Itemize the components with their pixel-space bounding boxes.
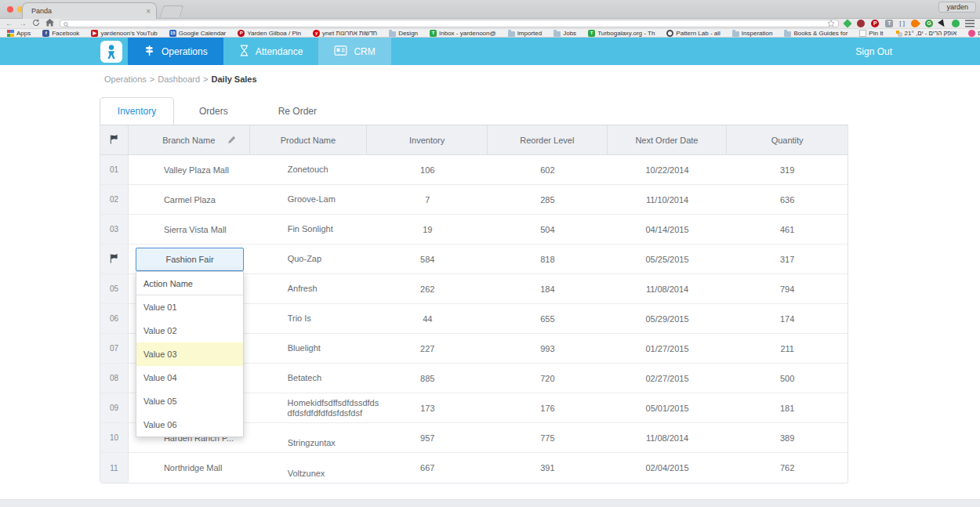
dropdown-option-value-03[interactable]: Value 03 — [136, 342, 243, 366]
product-name-cell: Bluelight — [250, 334, 368, 363]
quantity-cell: 794 — [727, 274, 848, 303]
column-header-next-order-date: Next Order Date — [608, 125, 728, 154]
quantity-cell: 174 — [727, 304, 848, 333]
product-name-cell: Voltzunex — [250, 453, 368, 483]
apps-grid-icon — [7, 30, 14, 37]
branch-name-input[interactable]: Fashion Fair — [136, 248, 244, 271]
quantity-cell: 461 — [727, 215, 848, 244]
bookmark-label: yardenoon's YouTub — [100, 30, 157, 37]
flame-extension-icon[interactable] — [909, 18, 920, 29]
url-input[interactable] — [72, 20, 824, 27]
product-name-cell: Homekidfsdffsdfdssdfds dfdsfdfdfdfdsfdsf… — [250, 393, 368, 422]
bookmark-label: ynet חדשות אחרונות — [322, 30, 377, 37]
nav-item-label: Operations — [162, 46, 208, 57]
dropdown-option-value-05[interactable]: Value 05 — [136, 389, 243, 413]
close-window-button[interactable] — [7, 6, 13, 13]
table-row[interactable]: 03Sierra Vista MallFin Sonlight1950404/1… — [100, 215, 848, 244]
nav-item-attendance[interactable]: Attendance — [223, 38, 319, 65]
dropdown-header: Action Name — [136, 272, 243, 295]
row-number-cell: 10 — [100, 423, 129, 452]
folder-icon — [732, 31, 739, 37]
tab-orders[interactable]: Orders — [174, 97, 253, 125]
reorder-level-cell: 504 — [488, 215, 608, 244]
reorder-level-cell: 993 — [488, 334, 608, 363]
bookmark-item-17[interactable]: Dribbble - Invite — [968, 30, 980, 37]
flag-icon — [108, 134, 119, 147]
turbogalaxy-icon: T — [588, 30, 595, 37]
g-extension-icon[interactable]: G — [925, 20, 933, 27]
forward-button[interactable]: → — [19, 20, 27, 27]
inventory-cell: 7 — [367, 185, 488, 214]
bookmark-item-7[interactable]: Design — [389, 30, 418, 37]
action-dropdown: Action NameValue 01Value 02Value 03Value… — [136, 271, 244, 437]
table-row[interactable]: 01Valley Plaza MallZonetouch10660210/22/… — [100, 155, 848, 185]
home-button[interactable] — [45, 19, 54, 28]
browser-toolbar: ← → PT[ ]G — [0, 19, 980, 29]
dropdown-option-value-01[interactable]: Value 01 — [136, 295, 243, 319]
column-header-label: Quantity — [771, 136, 804, 145]
breadcrumb-operations[interactable]: Operations — [104, 74, 147, 84]
bookmark-label: 21° ,אופק הרים - ים — [905, 30, 957, 37]
nav-item-crm[interactable]: CRM — [318, 38, 390, 65]
edit-pencil-icon[interactable] — [227, 136, 236, 146]
nav-item-operations[interactable]: Operations — [128, 38, 223, 65]
product-name-cell: Anfresh — [250, 274, 368, 303]
youtube-icon: ▶ — [91, 30, 98, 37]
brackets-extension-icon[interactable]: [ ] — [899, 20, 905, 27]
reload-button[interactable] — [32, 19, 40, 28]
bookmark-item-14[interactable]: Books & Guides for — [784, 30, 848, 37]
tab-inventory[interactable]: Inventory — [100, 97, 174, 125]
next-order-date-cell: 05/01/2015 — [608, 393, 728, 422]
bookmark-item-2[interactable]: fFacebook — [42, 30, 79, 37]
dropdown-option-value-02[interactable]: Value 02 — [136, 319, 243, 342]
breadcrumb-dashboard[interactable]: Dashboard — [158, 74, 200, 84]
bookmark-item-10[interactable]: Jobs — [554, 30, 576, 37]
dropdown-option-value-06[interactable]: Value 06 — [136, 413, 243, 436]
product-name-cell: Groove-Lam — [250, 185, 368, 214]
bookmark-item-12[interactable]: Pattern Lab - all — [666, 30, 720, 37]
dot-extension-icon[interactable] — [952, 20, 960, 27]
diamond-extension-icon[interactable] — [844, 19, 852, 27]
bookmark-item-15[interactable]: Pin It — [859, 30, 883, 37]
bookmark-item-11[interactable]: TTurbogalaxy.org - Th — [588, 30, 655, 37]
branch-name-cell: Valley Plaza Mall — [129, 155, 250, 184]
column-header-flag — [100, 125, 129, 154]
bookmark-item-8[interactable]: TInbox - yardenoon@ — [430, 30, 496, 37]
table-row[interactable]: 11Northridge MallVoltzunex66739102/04/20… — [100, 453, 848, 483]
bookmark-item-13[interactable]: Insperation — [732, 30, 773, 37]
profile-chip[interactable]: yarden — [938, 2, 976, 13]
close-tab-icon[interactable]: × — [146, 7, 151, 16]
bookmark-label: Google Calendar — [179, 30, 226, 37]
quantity-cell: 211 — [727, 334, 848, 363]
table-row[interactable]: 02Carmel PlazaGroove-Lam728511/10/201463… — [100, 185, 848, 215]
bookmark-item-16[interactable]: 21° ,אופק הרים - ים — [895, 30, 957, 37]
column-header-label: Product Name — [281, 136, 336, 145]
bookmark-item-3[interactable]: ▶yardenoon's YouTub — [91, 30, 157, 37]
bookmark-item-1[interactable]: Apps — [7, 30, 31, 37]
browser-tab[interactable]: Panda × — [22, 2, 157, 19]
bookmark-item-6[interactable]: yynet חדשות אחרונות — [313, 30, 377, 37]
facebook-icon: f — [42, 30, 49, 37]
column-header-branch-name: Branch Name — [129, 125, 250, 154]
bookmark-item-9[interactable]: Imported — [508, 30, 543, 37]
bookmark-label: Jobs — [563, 30, 576, 37]
content-tabs: InventoryOrdersRe Order — [100, 97, 342, 125]
new-tab-button[interactable] — [160, 5, 184, 17]
column-header-label: Branch Name — [162, 136, 215, 145]
t-extension-icon[interactable]: T — [885, 20, 893, 27]
dropdown-option-value-04[interactable]: Value 04 — [136, 366, 243, 389]
sign-out-link[interactable]: Sign Out — [855, 38, 892, 65]
bookmark-item-4[interactable]: 15Google Calendar — [169, 30, 226, 37]
back-button[interactable]: ← — [5, 20, 13, 27]
cursor-extension-icon[interactable] — [938, 19, 947, 28]
row-number-cell: 06 — [100, 304, 129, 333]
bookmark-item-5[interactable]: PYarden Gilboa / Pin — [238, 30, 301, 37]
next-order-date-cell: 04/14/2015 — [608, 215, 728, 244]
pinterest-extension-icon[interactable]: P — [871, 20, 879, 27]
address-bar[interactable] — [60, 20, 839, 27]
tab-re-order[interactable]: Re Order — [253, 97, 342, 125]
row-number-cell: 07 — [100, 334, 129, 363]
stop-extension-icon[interactable] — [857, 20, 865, 27]
panda-logo[interactable] — [100, 41, 122, 63]
next-order-date-cell: 11/08/2014 — [608, 274, 728, 303]
